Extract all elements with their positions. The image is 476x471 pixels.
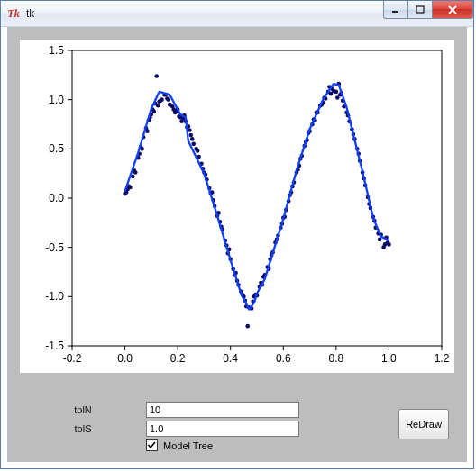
svg-text:0.4: 0.4: [223, 352, 238, 365]
tolN-label: tolN: [20, 404, 146, 415]
svg-text:-0.5: -0.5: [45, 241, 64, 254]
svg-point-171: [334, 90, 339, 95]
svg-point-42: [133, 170, 138, 175]
svg-point-81: [190, 137, 195, 141]
svg-text:-1.5: -1.5: [45, 340, 64, 352]
svg-text:0.0: 0.0: [117, 352, 133, 365]
svg-point-197: [378, 238, 382, 242]
svg-point-54: [151, 109, 156, 113]
redraw-button[interactable]: ReDraw: [398, 409, 449, 439]
window-controls: [384, 1, 473, 19]
tk-icon: Tk: [6, 6, 21, 21]
model-tree-checkbox[interactable]: [146, 439, 158, 451]
maximize-button[interactable]: [407, 1, 433, 19]
window-title: tk: [26, 7, 34, 20]
svg-point-203: [387, 242, 391, 247]
app-window: Tk tk -0.20.00.20.40.60.81.01.2-1.5-1.0-…: [0, 0, 474, 469]
svg-point-82: [191, 142, 196, 147]
model-tree-label: Model Tree: [163, 440, 213, 451]
svg-text:1.5: 1.5: [49, 44, 64, 57]
svg-point-64: [167, 97, 171, 102]
svg-point-60: [160, 97, 164, 102]
svg-text:0.8: 0.8: [329, 352, 344, 365]
model-tree-row: Model Tree: [146, 439, 454, 451]
titlebar[interactable]: Tk tk: [1, 1, 473, 27]
svg-text:1.0: 1.0: [381, 352, 397, 365]
svg-text:0.5: 0.5: [49, 142, 64, 155]
tolS-input[interactable]: [146, 421, 299, 437]
svg-text:0.0: 0.0: [49, 192, 64, 204]
svg-point-116: [245, 324, 250, 329]
svg-text:-1.0: -1.0: [45, 290, 64, 303]
controls-panel: tolN tolS Model Tree ReDraw: [20, 402, 454, 451]
client-area: -0.20.00.20.40.60.81.01.2-1.5-1.0-0.50.0…: [7, 27, 467, 462]
chart-panel: -0.20.00.20.40.60.81.01.2-1.5-1.0-0.50.0…: [20, 40, 454, 373]
tolN-row: tolN: [20, 402, 454, 418]
svg-text:-0.2: -0.2: [63, 352, 82, 365]
svg-point-84: [196, 149, 200, 153]
svg-rect-1: [416, 6, 424, 13]
svg-text:1.0: 1.0: [49, 94, 64, 106]
chart-canvas: -0.20.00.20.40.60.81.01.2-1.5-1.0-0.50.0…: [20, 40, 456, 373]
svg-text:0.2: 0.2: [170, 352, 186, 365]
svg-text:0.6: 0.6: [276, 352, 291, 365]
svg-text:1.2: 1.2: [435, 352, 450, 365]
svg-rect-4: [72, 50, 442, 346]
tolS-row: tolS: [20, 421, 454, 437]
minimize-button[interactable]: [383, 1, 408, 19]
tolN-input[interactable]: [146, 402, 299, 418]
close-button[interactable]: [432, 1, 473, 19]
svg-point-80: [188, 133, 193, 138]
tolS-label: tolS: [20, 423, 146, 434]
svg-point-56: [154, 74, 159, 78]
svg-point-57: [156, 104, 160, 108]
svg-point-39: [128, 186, 133, 190]
